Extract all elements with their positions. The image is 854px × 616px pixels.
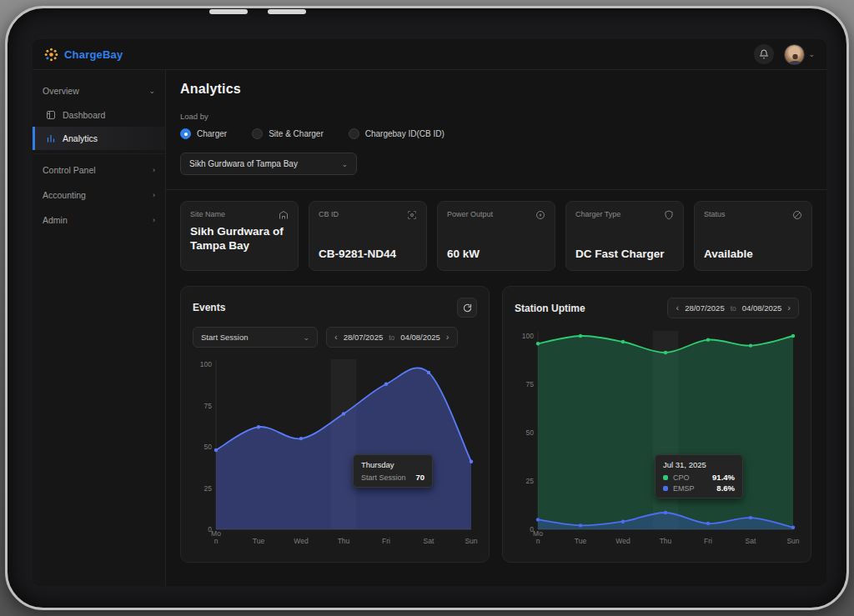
card-cb-id: CB ID CB-9281-ND44 [309,201,427,271]
svg-text:Sun: Sun [786,537,799,545]
events-chart[interactable]: 0255075100MonTueWedThuFriSatSun [193,356,479,549]
svg-text:50: 50 [526,428,535,437]
card-label: CB ID [319,210,339,218]
load-by-label: Load by [180,112,812,121]
card-value: DC Fast Charger [575,248,674,262]
uptime-chart-area[interactable]: 0255075100MonTueWedThuFriSatSun Jul 31, … [515,328,799,553]
sidebar: Overview ⌄ Dashboard Analytics [33,70,166,586]
dashboard-icon [46,110,56,120]
svg-text:Fri: Fri [704,537,712,545]
date-to[interactable]: 04/08/2025 [742,303,782,313]
sidebar-item-analytics[interactable]: Analytics [33,127,165,150]
date-to-label: to [731,304,736,313]
page-title: Analytics [180,82,812,97]
card-label: Power Output [447,210,493,218]
tooltip-value: 8.6% [716,483,735,493]
radio-site-and-charger[interactable]: Site & Charger [252,128,324,139]
svg-text:75: 75 [526,380,535,388]
load-by-radio-group: Charger Site & Charger Chargebay ID(CB I… [180,128,812,139]
svg-text:Thu: Thu [660,537,672,545]
card-value: 60 kW [447,248,545,262]
sidebar-item-overview[interactable]: Overview ⌄ [33,78,165,103]
notifications-button[interactable] [754,44,774,64]
site-select[interactable]: Sikh Gurdwara of Tampa Bay ⌄ [180,153,357,175]
brand-logo[interactable]: ChargeBay [43,47,123,63]
svg-text:Tue: Tue [575,537,587,545]
radio-label: Chargebay ID(CB ID) [365,129,445,138]
site-select-value: Sikh Gurdwara of Tampa Bay [189,159,298,168]
sidebar-item-control-panel[interactable]: Control Panel › [33,158,165,183]
sidebar-item-admin[interactable]: Admin › [33,208,165,233]
sidebar-item-label: Accounting [43,190,86,200]
chevron-down-icon: ⌄ [808,50,815,58]
uptime-panel: Station Uptime ‹ 28/07/2025 to 04/08/202… [502,286,811,563]
date-to[interactable]: 04/08/2025 [400,333,440,342]
sidebar-item-label: Dashboard [63,110,105,120]
date-from[interactable]: 28/07/2025 [685,303,725,313]
refresh-icon [463,303,472,313]
card-value: Sikh Gurdwara of Tampa Bay [190,225,289,253]
sidebar-item-label: Control Panel [43,165,96,175]
event-type-select[interactable]: Start Session ⌄ [193,327,318,348]
chevron-down-icon: ⌄ [341,160,348,168]
events-chart-area[interactable]: 0255075100MonTueWedThuFriSatSun Thursday… [193,356,477,553]
avatar [784,44,805,65]
chevron-right-icon: › [153,166,155,174]
svg-text:Sun: Sun [465,537,477,545]
svg-text:Sat: Sat [746,537,756,545]
user-menu[interactable]: ⌄ [784,44,815,65]
topbar: ChargeBay ⌄ [33,39,826,70]
events-date-range: ‹ 28/07/2025 to 04/08/2025 › [326,327,458,348]
card-value: CB-9281-ND44 [319,248,417,262]
svg-text:50: 50 [204,443,213,451]
tooltip-series-name: CPO [673,473,690,482]
svg-text:100: 100 [522,332,534,340]
sidebar-item-label: Admin [43,215,68,225]
power-icon [535,210,545,220]
chevron-left-icon[interactable]: ‹ [334,333,338,342]
chevron-right-icon[interactable]: › [787,303,791,313]
chevron-right-icon[interactable]: › [446,333,450,342]
shield-icon [664,210,674,220]
svg-text:Sat: Sat [424,537,435,545]
uptime-date-range: ‹ 28/07/2025 to 04/08/2025 › [667,298,799,318]
svg-text:25: 25 [204,484,213,493]
svg-text:Wed: Wed [615,537,630,545]
sidebar-item-label: Analytics [63,133,98,143]
uptime-tooltip: Jul 31, 2025 CPO 91.4% EMSP 8.6% [655,454,743,498]
svg-text:n: n [214,537,219,545]
svg-text:100: 100 [200,360,212,368]
radio-label: Charger [197,129,227,138]
chevron-down-icon: ⌄ [148,87,155,95]
card-power-output: Power Output 60 kW [437,201,555,271]
chevron-left-icon[interactable]: ‹ [676,303,679,313]
sidebar-item-label: Overview [43,86,79,96]
sidebar-item-dashboard[interactable]: Dashboard [33,103,165,127]
radio-unselected-icon[interactable] [349,128,359,139]
tooltip-series-name: Start Session [361,473,406,482]
cpo-legend-dot [663,475,668,480]
card-charger-type: Charger Type DC Fast Charger [565,201,684,271]
uptime-chart[interactable]: 0255075100MonTueWedThuFriSatSun [515,328,801,549]
radio-charger[interactable]: Charger [180,128,227,139]
events-title: Events [193,302,225,313]
tooltip-value: 70 [415,473,424,482]
section-divider [166,189,826,190]
radio-unselected-icon[interactable] [252,128,263,139]
card-value: Available [704,248,802,262]
chevron-right-icon: › [153,216,155,224]
tablet-frame: ChargeBay ⌄ [5,6,849,610]
refresh-button[interactable] [457,298,477,318]
date-from[interactable]: 28/07/2025 [344,333,384,342]
svg-text:Tue: Tue [253,537,265,545]
radio-chargebay-id[interactable]: Chargebay ID(CB ID) [349,128,445,139]
info-cards: Site Name Sikh Gurdwara of Tampa Bay CB … [180,201,812,271]
volume-button [209,9,248,14]
chevron-right-icon: › [153,191,155,199]
svg-text:Thu: Thu [338,537,350,545]
radio-selected-icon[interactable] [180,128,191,139]
uptime-title: Station Uptime [515,303,585,314]
chart-panels: Events Start Session ⌄ [180,286,812,563]
sidebar-item-accounting[interactable]: Accounting › [33,183,165,208]
tooltip-title: Jul 31, 2025 [663,460,735,469]
